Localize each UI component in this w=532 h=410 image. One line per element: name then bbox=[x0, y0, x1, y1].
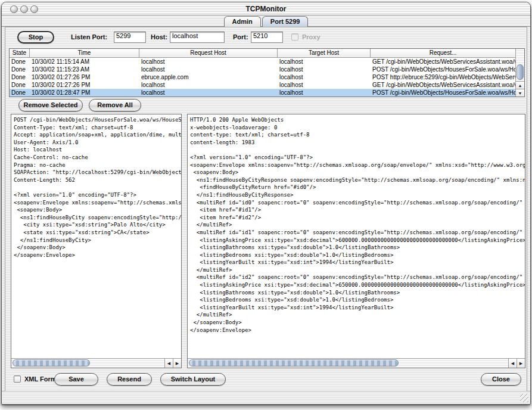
table-row[interactable]: Done 10/30/02 01:27:26 PM localhost loca… bbox=[10, 81, 515, 89]
xml-format-checkbox[interactable] bbox=[14, 375, 21, 383]
request-text[interactable]: POST /cgi-bin/WebObjects/HousesForSale.w… bbox=[11, 114, 181, 358]
table-vertical-scrollbar[interactable]: ▲ ▼ bbox=[515, 49, 524, 97]
cell-state: Done bbox=[10, 66, 30, 73]
response-horizontal-scrollbar[interactable]: ◀ ▶ bbox=[188, 358, 525, 368]
scroll-left-icon[interactable]: ◀ bbox=[508, 359, 517, 368]
remove-selected-button[interactable]: Remove Selected bbox=[18, 99, 83, 111]
col-header-target-host[interactable]: Target Host bbox=[278, 49, 371, 57]
table-row-selected[interactable]: Done 10/30/02 01:28:47 PM localhost loca… bbox=[10, 89, 515, 97]
response-text[interactable]: HTTP/1.0 200 Apple WebObjects x-webobjec… bbox=[188, 114, 525, 358]
tab-port-5299[interactable]: Port 5299 bbox=[262, 16, 309, 27]
cell-request-host: ebruce.apple.com bbox=[139, 73, 278, 81]
listen-port-input[interactable]: 5299 bbox=[114, 32, 146, 43]
remove-all-button[interactable]: Remove All bbox=[89, 99, 141, 111]
cell-target-host: localhost bbox=[278, 81, 371, 89]
port-input[interactable]: 5210 bbox=[251, 32, 283, 43]
table-row[interactable]: Done 10/30/02 01:27:26 PM ebruce.apple.c… bbox=[10, 73, 515, 81]
cell-request: POST http://ebruce:5299/cgi-bin/WebObjec… bbox=[371, 73, 515, 81]
scrollbar-thumb[interactable] bbox=[189, 359, 399, 366]
close-button[interactable]: Close bbox=[481, 373, 521, 386]
cell-target-host: localhost bbox=[278, 73, 371, 81]
proxy-label: Proxy bbox=[302, 31, 321, 44]
col-header-request[interactable]: Request... bbox=[371, 49, 515, 57]
window-bottom-strip bbox=[2, 391, 530, 404]
listen-port-label: Listen Port: bbox=[71, 31, 107, 44]
scroll-right-icon[interactable]: ▶ bbox=[173, 359, 181, 368]
content-frame: Stop Listen Port: 5299 Host: localhost P… bbox=[5, 27, 527, 392]
table-row[interactable]: Done 10/30/02 11:15:14 AM localhost loca… bbox=[10, 58, 515, 66]
table-header: State Time Request Host Target Host Requ… bbox=[10, 49, 515, 58]
cell-request-host: localhost bbox=[139, 81, 278, 89]
table-row[interactable]: Done 10/30/02 11:15:23 AM localhost loca… bbox=[10, 66, 515, 73]
resend-button[interactable]: Resend bbox=[107, 373, 152, 386]
session-table: State Time Request Host Target Host Requ… bbox=[9, 48, 525, 97]
switch-layout-button[interactable]: Switch Layout bbox=[160, 373, 226, 386]
cell-time: 10/30/02 11:15:14 AM bbox=[30, 58, 139, 66]
host-label: Host: bbox=[151, 31, 167, 44]
cell-request-host: localhost bbox=[139, 66, 278, 73]
col-header-time[interactable]: Time bbox=[30, 49, 139, 57]
cell-request: GET /cgi-bin/WebObjects/WebServicesAssis… bbox=[371, 81, 515, 89]
cell-state: Done bbox=[10, 81, 30, 89]
title-bar[interactable]: TCPMonitor bbox=[2, 2, 530, 15]
cell-request: POST /cgi-bin/WebObjects/HousesForSale.w… bbox=[371, 66, 515, 73]
request-horizontal-scrollbar[interactable]: ◀ ▶ bbox=[11, 358, 181, 368]
stop-button[interactable]: Stop bbox=[17, 31, 54, 44]
cell-request: POST /cgi-bin/WebObjects/HousesForSale.w… bbox=[371, 89, 515, 97]
cell-time: 10/30/02 01:28:47 PM bbox=[30, 89, 139, 97]
scroll-right-icon[interactable]: ▶ bbox=[517, 359, 525, 368]
cell-time: 10/30/02 11:15:23 AM bbox=[30, 66, 139, 73]
cell-request-host: localhost bbox=[139, 58, 278, 66]
cell-state: Done bbox=[10, 89, 30, 97]
proxy-checkbox[interactable] bbox=[291, 33, 298, 41]
cell-request: GET /cgi-bin/WebObjects/WebServicesAssis… bbox=[371, 58, 515, 66]
request-panel: POST /cgi-bin/WebObjects/HousesForSale.w… bbox=[11, 114, 182, 368]
col-header-request-host[interactable]: Request Host bbox=[139, 49, 278, 57]
scrollbar-thumb[interactable] bbox=[13, 359, 90, 366]
host-input[interactable]: localhost bbox=[170, 32, 225, 43]
cell-target-host: localhost bbox=[278, 89, 371, 97]
scroll-up-icon[interactable]: ▲ bbox=[516, 81, 524, 89]
port-label: Port: bbox=[233, 31, 248, 44]
cell-time: 10/30/02 01:27:26 PM bbox=[30, 81, 139, 89]
cell-state: Done bbox=[10, 58, 30, 66]
scroll-left-icon[interactable]: ◀ bbox=[164, 359, 173, 368]
resize-grip-icon[interactable] bbox=[520, 394, 528, 402]
tcpmonitor-window: TCPMonitor Admin Port 5299 Stop Listen P… bbox=[1, 2, 531, 405]
cell-time: 10/30/02 01:27:26 PM bbox=[30, 73, 139, 81]
tab-bar: Admin Port 5299 bbox=[2, 15, 530, 27]
col-header-state[interactable]: State bbox=[10, 49, 30, 57]
cell-state: Done bbox=[10, 73, 30, 81]
cell-target-host: localhost bbox=[278, 58, 371, 66]
scrollbar-thumb[interactable] bbox=[517, 64, 524, 80]
cell-request-host: localhost bbox=[139, 89, 278, 97]
tab-admin[interactable]: Admin bbox=[224, 16, 261, 27]
scroll-down-icon[interactable]: ▼ bbox=[516, 89, 524, 97]
cell-target-host: localhost bbox=[278, 66, 371, 73]
save-button[interactable]: Save bbox=[54, 373, 98, 386]
window-title: TCPMonitor bbox=[2, 5, 530, 13]
response-panel: HTTP/1.0 200 Apple WebObjects x-webobjec… bbox=[187, 114, 525, 368]
